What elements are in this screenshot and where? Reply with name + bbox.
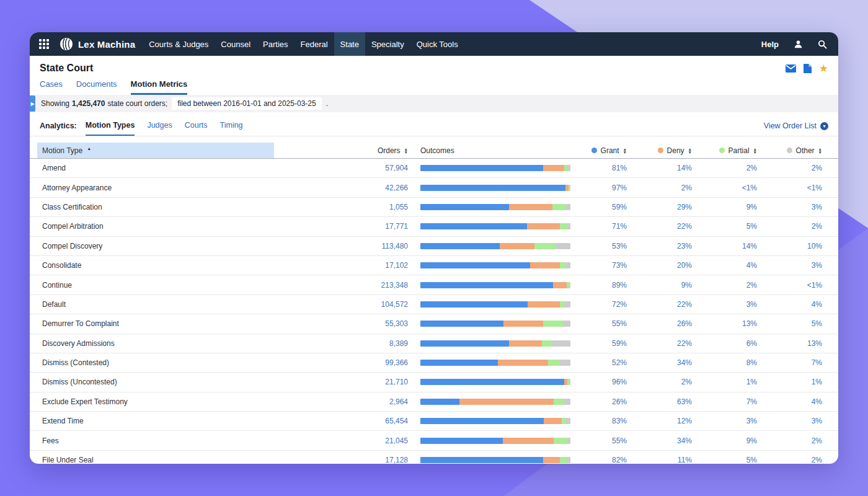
partial-percentage[interactable]: <1% xyxy=(701,184,766,192)
column-header-motion-type[interactable]: Motion Type ▲ xyxy=(37,143,274,158)
grant-percentage[interactable]: 59% xyxy=(570,203,636,211)
deny-percentage[interactable]: 12% xyxy=(636,417,701,425)
partial-percentage[interactable]: 9% xyxy=(701,436,766,445)
orders-count[interactable]: 104,572 xyxy=(274,300,408,309)
partial-percentage[interactable]: 3% xyxy=(701,300,766,309)
tab-cases[interactable]: Cases xyxy=(40,79,63,95)
email-icon[interactable] xyxy=(786,64,796,73)
deny-percentage[interactable]: 9% xyxy=(636,281,701,290)
orders-count[interactable]: 21,045 xyxy=(274,436,408,445)
grant-percentage[interactable]: 72% xyxy=(570,300,636,309)
partial-percentage[interactable]: 7% xyxy=(701,397,766,406)
apps-grid-icon[interactable] xyxy=(30,32,57,56)
orders-count[interactable]: 213,348 xyxy=(274,281,408,290)
orders-count[interactable]: 17,102 xyxy=(274,261,408,270)
analytics-tab-motion-types[interactable]: Motion Types xyxy=(86,121,135,136)
orders-count[interactable]: 17,771 xyxy=(274,222,408,231)
tab-motion-metrics[interactable]: Motion Metrics xyxy=(131,79,188,95)
analytics-tab-courts[interactable]: Courts xyxy=(185,121,208,136)
orders-count[interactable]: 42,266 xyxy=(274,184,408,192)
column-header-grant[interactable]: Grant▲▼ xyxy=(570,143,636,158)
other-percentage[interactable]: 3% xyxy=(766,203,831,211)
grant-percentage[interactable]: 26% xyxy=(570,397,636,406)
orders-count[interactable]: 113,480 xyxy=(274,242,408,250)
partial-percentage[interactable]: 2% xyxy=(701,281,766,290)
partial-percentage[interactable]: 3% xyxy=(701,417,766,425)
grant-percentage[interactable]: 97% xyxy=(570,184,636,192)
other-percentage[interactable]: <1% xyxy=(766,184,831,192)
column-header-partial[interactable]: Partial▲▼ xyxy=(701,143,766,158)
grant-percentage[interactable]: 73% xyxy=(570,261,636,270)
deny-percentage[interactable]: 22% xyxy=(636,339,701,348)
grant-percentage[interactable]: 81% xyxy=(570,164,636,172)
nav-item-parties[interactable]: Parties xyxy=(257,32,294,56)
deny-percentage[interactable]: 29% xyxy=(636,203,701,211)
grant-percentage[interactable]: 82% xyxy=(570,456,636,464)
other-percentage[interactable]: 2% xyxy=(766,456,831,464)
grant-percentage[interactable]: 52% xyxy=(570,358,636,367)
partial-percentage[interactable]: 2% xyxy=(701,164,766,172)
partial-percentage[interactable]: 5% xyxy=(701,222,766,231)
date-filter-chip[interactable]: filed between 2016-01-01 and 2025-03-25 xyxy=(172,97,322,110)
deny-percentage[interactable]: 11% xyxy=(636,456,701,464)
orders-count[interactable]: 99,366 xyxy=(274,358,408,367)
nav-item-quick-tools[interactable]: Quick Tools xyxy=(410,32,464,56)
nav-item-counsel[interactable]: Counsel xyxy=(215,32,257,56)
deny-percentage[interactable]: 34% xyxy=(636,358,701,367)
column-header-deny[interactable]: Deny▲▼ xyxy=(636,143,701,158)
other-percentage[interactable]: 2% xyxy=(766,436,831,445)
other-percentage[interactable]: 4% xyxy=(766,300,831,309)
other-percentage[interactable]: 3% xyxy=(766,417,831,425)
orders-count[interactable]: 55,303 xyxy=(274,319,408,328)
deny-percentage[interactable]: 23% xyxy=(636,242,701,250)
deny-percentage[interactable]: 26% xyxy=(636,319,701,328)
other-percentage[interactable]: 13% xyxy=(766,339,831,348)
orders-count[interactable]: 57,904 xyxy=(274,164,408,172)
orders-count[interactable]: 2,964 xyxy=(274,397,408,406)
nav-item-specialty[interactable]: Specialty xyxy=(365,32,410,56)
partial-percentage[interactable]: 14% xyxy=(701,242,766,250)
document-icon[interactable] xyxy=(804,64,812,73)
grant-percentage[interactable]: 71% xyxy=(570,222,636,231)
deny-percentage[interactable]: 22% xyxy=(636,300,701,309)
partial-percentage[interactable]: 5% xyxy=(701,456,766,464)
other-percentage[interactable]: 1% xyxy=(766,378,831,386)
analytics-tab-timing[interactable]: Timing xyxy=(220,121,243,136)
deny-percentage[interactable]: 2% xyxy=(636,378,701,386)
view-order-list-link[interactable]: View Order List ▼ xyxy=(764,122,828,135)
other-percentage[interactable]: 7% xyxy=(766,358,831,367)
other-percentage[interactable]: 5% xyxy=(766,319,831,328)
column-header-other[interactable]: Other▲▼ xyxy=(766,143,831,158)
brand[interactable]: Lex Machina xyxy=(57,32,143,56)
nav-item-federal[interactable]: Federal xyxy=(294,32,334,56)
partial-percentage[interactable]: 4% xyxy=(701,261,766,270)
analytics-tab-judges[interactable]: Judges xyxy=(147,121,172,136)
grant-percentage[interactable]: 53% xyxy=(570,242,636,250)
grant-percentage[interactable]: 89% xyxy=(570,281,636,290)
search-icon[interactable] xyxy=(818,40,827,49)
grant-percentage[interactable]: 83% xyxy=(570,417,636,425)
other-percentage[interactable]: 3% xyxy=(766,261,831,270)
other-percentage[interactable]: <1% xyxy=(766,281,831,290)
orders-count[interactable]: 65,454 xyxy=(274,417,408,425)
tab-documents[interactable]: Documents xyxy=(76,79,117,95)
other-percentage[interactable]: 4% xyxy=(766,397,831,406)
user-icon[interactable] xyxy=(794,40,803,49)
help-link[interactable]: Help xyxy=(761,40,779,49)
favorite-star-icon[interactable]: ★ xyxy=(819,63,828,74)
deny-percentage[interactable]: 63% xyxy=(636,397,701,406)
orders-count[interactable]: 8,389 xyxy=(274,339,408,348)
deny-percentage[interactable]: 2% xyxy=(636,184,701,192)
other-percentage[interactable]: 2% xyxy=(766,222,831,231)
partial-percentage[interactable]: 6% xyxy=(701,339,766,348)
grant-percentage[interactable]: 59% xyxy=(570,339,636,348)
deny-percentage[interactable]: 34% xyxy=(636,436,701,445)
partial-percentage[interactable]: 9% xyxy=(701,203,766,211)
partial-percentage[interactable]: 1% xyxy=(701,378,766,386)
partial-percentage[interactable]: 8% xyxy=(701,358,766,367)
nav-item-courts-judges[interactable]: Courts & Judges xyxy=(143,32,215,56)
nav-item-state[interactable]: State xyxy=(334,32,365,56)
orders-count[interactable]: 17,128 xyxy=(274,456,408,464)
deny-percentage[interactable]: 14% xyxy=(636,164,701,172)
other-percentage[interactable]: 2% xyxy=(766,164,831,172)
